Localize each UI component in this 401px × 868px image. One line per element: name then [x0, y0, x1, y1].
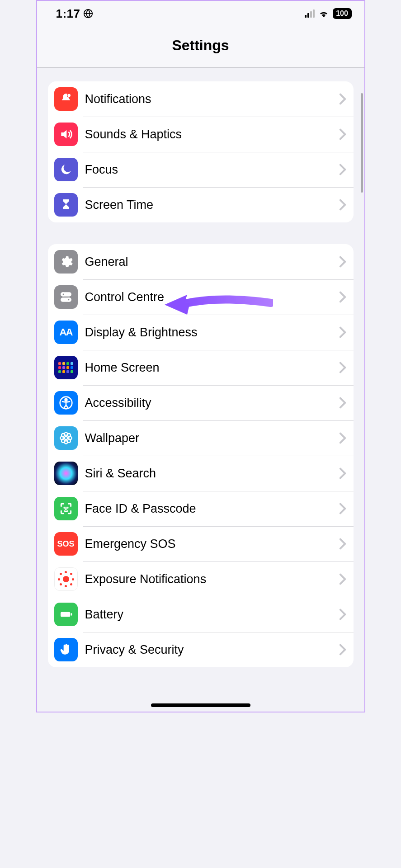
row-screen-time[interactable]: Screen Time — [48, 187, 354, 222]
svg-point-1 — [67, 94, 71, 97]
row-label: Display & Brightness — [85, 326, 339, 340]
chevron-right-icon — [339, 432, 346, 444]
row-label: Battery — [85, 608, 339, 622]
row-exposure-notifications[interactable]: Exposure Notifications — [48, 561, 354, 597]
settings-group-attention: Notifications Sounds & Haptics Focus Scr… — [48, 81, 354, 222]
moon-icon — [54, 158, 78, 181]
row-privacy-security[interactable]: Privacy & Security — [48, 632, 354, 667]
row-label: Wallpaper — [85, 431, 339, 445]
row-label: Face ID & Passcode — [85, 502, 339, 516]
settings-content: Notifications Sounds & Haptics Focus Scr… — [37, 68, 364, 667]
svg-point-14 — [61, 434, 65, 437]
home-screen-grid-icon — [54, 356, 78, 379]
wifi-icon — [318, 9, 329, 18]
chevron-right-icon — [339, 128, 346, 140]
exposure-icon — [54, 567, 78, 591]
svg-point-9 — [64, 437, 67, 440]
row-label: Accessibility — [85, 396, 339, 410]
row-face-id-passcode[interactable]: Face ID & Passcode — [48, 491, 354, 526]
row-accessibility[interactable]: Accessibility — [48, 385, 354, 420]
row-battery[interactable]: Battery — [48, 597, 354, 632]
accessibility-icon — [54, 391, 78, 415]
row-label: Control Centre — [85, 290, 339, 304]
chevron-right-icon — [339, 256, 346, 268]
chevron-right-icon — [339, 326, 346, 338]
chevron-right-icon — [339, 467, 346, 479]
row-label: Exposure Notifications — [85, 572, 339, 586]
row-sounds-haptics[interactable]: Sounds & Haptics — [48, 117, 354, 152]
hourglass-icon — [54, 193, 78, 217]
status-right: 100 — [305, 8, 352, 19]
siri-icon — [54, 462, 78, 485]
face-id-icon — [54, 497, 78, 520]
svg-point-15 — [67, 434, 71, 437]
page-title: Settings — [37, 37, 364, 54]
svg-point-6 — [67, 298, 70, 301]
row-label: Home Screen — [85, 361, 339, 375]
svg-rect-18 — [61, 612, 70, 617]
home-indicator[interactable] — [151, 703, 250, 707]
chevron-right-icon — [339, 199, 346, 211]
battery-icon — [54, 603, 78, 626]
row-control-centre[interactable]: Control Centre — [48, 279, 354, 315]
row-label: Focus — [85, 163, 339, 177]
row-home-screen[interactable]: Home Screen — [48, 350, 354, 385]
row-general[interactable]: General — [48, 244, 354, 279]
row-label: Siri & Search — [85, 467, 339, 481]
chevron-right-icon — [339, 573, 346, 585]
row-siri-search[interactable]: Siri & Search — [48, 456, 354, 491]
toggles-icon — [54, 285, 78, 309]
row-label: Emergency SOS — [85, 537, 339, 551]
row-label: Notifications — [85, 92, 339, 106]
svg-point-8 — [65, 399, 67, 401]
row-wallpaper[interactable]: Wallpaper — [48, 420, 354, 456]
chevron-right-icon — [339, 164, 346, 175]
notifications-icon — [54, 87, 78, 111]
cellular-signal-icon — [305, 9, 315, 18]
row-display-brightness[interactable]: AA Display & Brightness — [48, 315, 354, 350]
globe-icon — [83, 9, 93, 19]
svg-point-17 — [67, 439, 71, 443]
row-label: Privacy & Security — [85, 643, 339, 657]
settings-group-system: General Control Centre AA Display & Brig… — [48, 244, 354, 667]
sos-icon: SOS — [54, 532, 78, 556]
row-label: General — [85, 255, 339, 269]
row-label: Screen Time — [85, 198, 339, 212]
row-notifications[interactable]: Notifications — [48, 81, 354, 117]
svg-point-16 — [61, 439, 65, 443]
chevron-right-icon — [339, 609, 346, 620]
chevron-right-icon — [339, 362, 346, 373]
text-size-icon: AA — [54, 321, 78, 344]
page-header: Settings — [37, 26, 364, 68]
svg-rect-19 — [71, 613, 72, 615]
status-bar: 1:17 100 — [37, 1, 364, 26]
row-focus[interactable]: Focus — [48, 152, 354, 187]
battery-indicator: 100 — [333, 8, 352, 19]
row-emergency-sos[interactable]: SOS Emergency SOS — [48, 526, 354, 561]
chevron-right-icon — [339, 291, 346, 303]
chevron-right-icon — [339, 538, 346, 550]
chevron-right-icon — [339, 93, 346, 105]
chevron-right-icon — [339, 644, 346, 656]
hand-icon — [54, 638, 78, 661]
status-time: 1:17 — [56, 7, 80, 21]
status-left: 1:17 — [56, 7, 93, 21]
chevron-right-icon — [339, 503, 346, 514]
chevron-right-icon — [339, 397, 346, 409]
flower-icon — [54, 426, 78, 450]
row-label: Sounds & Haptics — [85, 127, 339, 142]
gear-icon — [54, 250, 78, 274]
svg-point-4 — [61, 293, 64, 296]
speaker-icon — [54, 123, 78, 146]
